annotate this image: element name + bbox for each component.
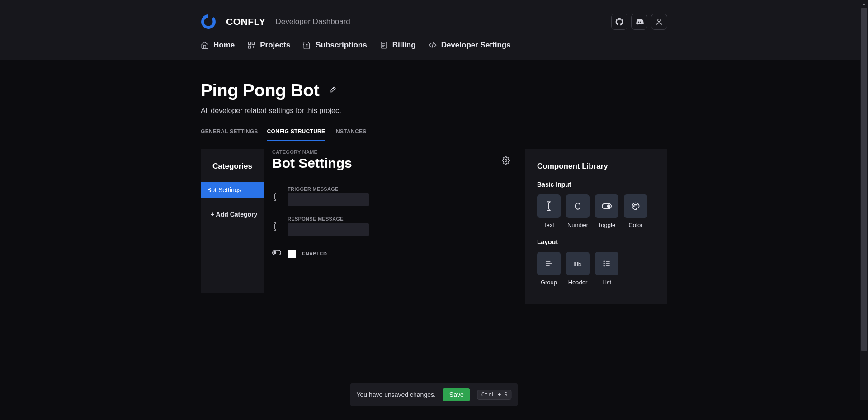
field-label-response: RESPONSE MESSAGE bbox=[288, 216, 369, 222]
color-icon bbox=[631, 202, 640, 211]
page-title: Ping Pong Bot bbox=[201, 80, 319, 100]
library-tile-toggle-label: Toggle bbox=[598, 222, 615, 228]
code-icon bbox=[429, 41, 437, 49]
main-nav: Home Projects Subscriptions Billing Deve… bbox=[201, 41, 667, 60]
svg-point-11 bbox=[608, 205, 610, 208]
discord-button[interactable] bbox=[631, 14, 647, 30]
library-tile-toggle[interactable]: Toggle bbox=[595, 194, 618, 228]
scrollbar-thumb[interactable] bbox=[861, 8, 867, 351]
pencil-icon bbox=[328, 86, 336, 94]
scrollbar-up-arrow-icon[interactable]: ▲ bbox=[860, 0, 868, 8]
save-shortcut-hint: Ctrl + S bbox=[477, 390, 512, 400]
field-enabled: ENABLED bbox=[272, 250, 506, 258]
library-tile-list[interactable]: List bbox=[595, 252, 618, 286]
nav-home[interactable]: Home bbox=[201, 41, 235, 50]
library-tile-header[interactable]: H1 Header bbox=[566, 252, 590, 286]
svg-rect-9 bbox=[576, 203, 580, 209]
nav-projects[interactable]: Projects bbox=[247, 41, 290, 50]
nav-billing[interactable]: Billing bbox=[380, 41, 416, 50]
field-trigger-message: TRIGGER MESSAGE bbox=[272, 186, 506, 206]
field-label-trigger: TRIGGER MESSAGE bbox=[288, 186, 369, 192]
svg-point-1 bbox=[658, 19, 660, 22]
projects-icon bbox=[247, 41, 255, 49]
svg-point-8 bbox=[274, 252, 276, 254]
page-subtitle: All developer related settings for this … bbox=[201, 107, 667, 115]
text-cursor-icon bbox=[272, 222, 281, 232]
categories-header: Categories bbox=[201, 149, 264, 182]
svg-point-16 bbox=[604, 263, 604, 264]
trigger-message-input[interactable] bbox=[288, 193, 369, 206]
gear-icon bbox=[502, 156, 510, 165]
library-tile-group[interactable]: Group bbox=[537, 252, 561, 286]
field-label-enabled: ENABLED bbox=[302, 251, 327, 256]
svg-point-14 bbox=[637, 204, 637, 205]
svg-point-0 bbox=[201, 14, 216, 29]
component-library-title: Component Library bbox=[537, 162, 656, 171]
library-tile-list-label: List bbox=[602, 279, 611, 286]
group-icon bbox=[544, 259, 553, 268]
brand-subtitle: Developer Dashboard bbox=[275, 17, 350, 26]
library-tile-header-label: Header bbox=[568, 279, 588, 286]
nav-billing-label: Billing bbox=[392, 41, 416, 50]
header-top-row: CONFLY Developer Dashboard bbox=[201, 14, 667, 41]
github-icon bbox=[615, 17, 624, 26]
svg-point-12 bbox=[633, 206, 634, 207]
category-name-label: CATEGORY NAME bbox=[272, 149, 506, 155]
library-tile-group-label: Group bbox=[541, 279, 557, 286]
library-section-basic-input: Basic Input bbox=[537, 181, 656, 188]
tab-general-settings[interactable]: GENERAL SETTINGS bbox=[201, 125, 258, 141]
svg-rect-4 bbox=[248, 46, 250, 48]
number-icon bbox=[573, 202, 582, 211]
component-library-panel: Component Library Basic Input Text Numbe… bbox=[525, 149, 667, 304]
edit-title-button[interactable] bbox=[326, 84, 338, 97]
category-item-bot-settings[interactable]: Bot Settings bbox=[201, 182, 264, 198]
confly-logo-icon bbox=[201, 14, 216, 29]
toggle-switch-icon bbox=[602, 203, 612, 209]
nav-subscriptions-label: Subscriptions bbox=[316, 41, 367, 50]
tabs: GENERAL SETTINGS CONFIG STRUCTURE INSTAN… bbox=[201, 125, 667, 141]
user-icon bbox=[655, 18, 663, 26]
category-settings-button[interactable] bbox=[502, 156, 510, 166]
library-tile-number-label: Number bbox=[567, 222, 588, 228]
tab-config-structure[interactable]: CONFIG STRUCTURE bbox=[267, 125, 326, 141]
categories-panel: Categories Bot Settings + Add Category bbox=[201, 149, 264, 293]
add-category-button[interactable]: + Add Category bbox=[201, 198, 264, 224]
nav-subscriptions[interactable]: Subscriptions bbox=[303, 41, 367, 50]
enabled-checkbox[interactable] bbox=[288, 250, 296, 258]
nav-home-label: Home bbox=[213, 41, 235, 50]
header-area: CONFLY Developer Dashboard Home bbox=[0, 0, 868, 60]
library-tile-color[interactable]: Color bbox=[624, 194, 647, 228]
svg-point-6 bbox=[505, 160, 507, 162]
library-tile-color-label: Color bbox=[628, 222, 642, 228]
billing-icon bbox=[380, 41, 388, 49]
editor-column: CATEGORY NAME Bot Settings TRIGGER MESSA… bbox=[264, 149, 514, 258]
nav-dev-settings[interactable]: Developer Settings bbox=[429, 41, 511, 50]
svg-point-17 bbox=[604, 265, 604, 266]
save-toast: You have unsaved changes. Save Ctrl + S bbox=[350, 383, 518, 406]
library-section-layout: Layout bbox=[537, 238, 656, 245]
nav-projects-label: Projects bbox=[260, 41, 290, 50]
toggle-icon bbox=[272, 250, 281, 258]
svg-rect-3 bbox=[252, 42, 255, 44]
svg-rect-2 bbox=[248, 42, 250, 44]
text-cursor-icon bbox=[272, 193, 281, 203]
tab-instances[interactable]: INSTANCES bbox=[334, 125, 366, 141]
brand-name: CONFLY bbox=[226, 16, 265, 27]
home-icon bbox=[201, 41, 209, 49]
subscriptions-icon bbox=[303, 41, 311, 49]
account-button[interactable] bbox=[651, 14, 667, 30]
list-icon bbox=[602, 259, 611, 268]
svg-point-15 bbox=[604, 261, 604, 262]
library-tile-number[interactable]: Number bbox=[566, 194, 590, 228]
discord-icon bbox=[635, 17, 644, 26]
save-button[interactable]: Save bbox=[443, 388, 470, 401]
response-message-input[interactable] bbox=[288, 223, 369, 236]
library-tile-text[interactable]: Text bbox=[537, 194, 561, 228]
brand-block: CONFLY Developer Dashboard bbox=[201, 14, 350, 29]
field-response-message: RESPONSE MESSAGE bbox=[272, 216, 506, 236]
scrollbar[interactable]: ▲ ▼ bbox=[860, 0, 868, 420]
text-icon bbox=[545, 201, 552, 211]
github-button[interactable] bbox=[611, 14, 627, 30]
nav-dev-settings-label: Developer Settings bbox=[441, 41, 511, 50]
svg-point-13 bbox=[634, 204, 635, 205]
